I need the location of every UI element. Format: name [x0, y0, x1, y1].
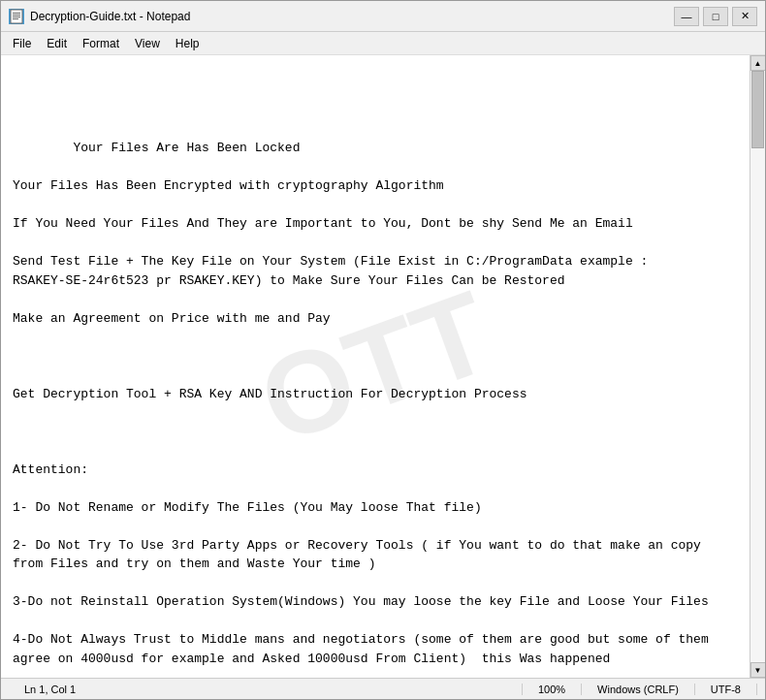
window-title: Decryption-Guide.txt - Notepad [30, 10, 674, 23]
scroll-down-button[interactable]: ▼ [750, 662, 766, 678]
title-bar: Decryption-Guide.txt - Notepad — □ ✕ [1, 1, 765, 32]
svg-rect-3 [13, 16, 20, 17]
scroll-track[interactable] [750, 71, 765, 662]
menu-bar: File Edit Format View Help [1, 32, 765, 55]
svg-rect-2 [13, 15, 20, 16]
notepad-window: Decryption-Guide.txt - Notepad — □ ✕ Fil… [0, 0, 766, 700]
window-controls: — □ ✕ [674, 7, 757, 26]
zoom-level: 100% [523, 684, 582, 695]
text-wrapper: Your Files Are Has Been Locked Your File… [13, 120, 738, 679]
menu-format[interactable]: Format [75, 35, 127, 52]
minimize-button[interactable]: — [674, 7, 699, 26]
line-ending: Windows (CRLF) [582, 684, 695, 695]
scroll-up-button[interactable]: ▲ [750, 55, 766, 71]
status-bar: Ln 1, Col 1 100% Windows (CRLF) UTF-8 [1, 678, 765, 699]
svg-rect-4 [13, 18, 18, 19]
text-editor[interactable]: OTT Your Files Are Has Been Locked Your … [1, 55, 750, 678]
menu-view[interactable]: View [127, 35, 168, 52]
scroll-thumb[interactable] [751, 71, 764, 148]
editor-area: OTT Your Files Are Has Been Locked Your … [1, 55, 765, 678]
menu-file[interactable]: File [5, 35, 39, 52]
menu-edit[interactable]: Edit [39, 35, 75, 52]
vertical-scrollbar[interactable]: ▲ ▼ [750, 55, 765, 678]
maximize-button[interactable]: □ [703, 7, 728, 26]
close-button[interactable]: ✕ [732, 7, 757, 26]
encoding: UTF-8 [695, 684, 757, 695]
cursor-position: Ln 1, Col 1 [9, 684, 523, 695]
svg-rect-1 [13, 13, 20, 14]
main-content: Your Files Are Has Been Locked Your File… [13, 141, 709, 678]
app-icon [9, 9, 24, 24]
menu-help[interactable]: Help [168, 35, 207, 52]
